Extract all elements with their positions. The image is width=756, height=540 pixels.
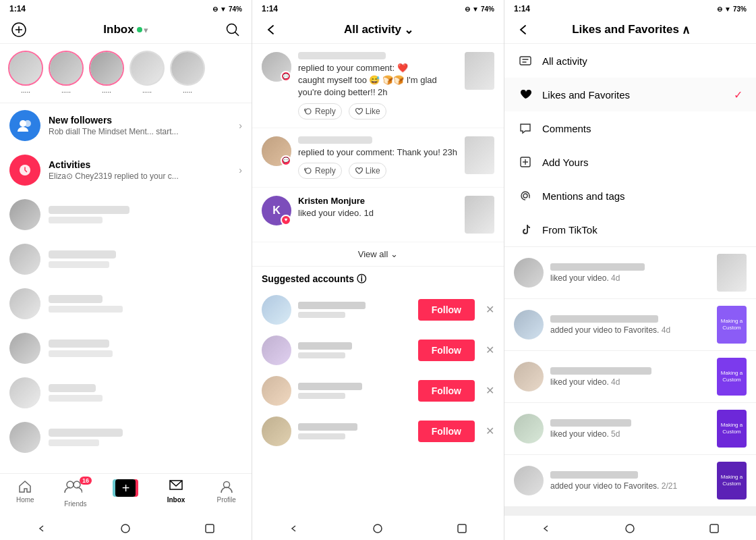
nav-inbox[interactable]: Inbox xyxy=(151,479,202,508)
dismiss-icon-1[interactable]: ✕ xyxy=(486,303,494,316)
likes-avatar-1 xyxy=(514,258,544,288)
message-name-blur xyxy=(49,250,116,259)
menu-item-add-yours[interactable]: Add Yours xyxy=(504,145,756,179)
menu-item-from-tiktok[interactable]: From TikTok xyxy=(504,213,756,246)
menu-item-likes[interactable]: Likes and Favorites ✓ xyxy=(504,78,756,111)
story-item[interactable]: ····· xyxy=(170,51,205,96)
likes-thumbnail-5: Making a Custom xyxy=(717,462,747,500)
reply-button-2[interactable]: Reply xyxy=(298,163,342,179)
likes-text-3: liked your video. 4d xyxy=(550,367,710,387)
likes-thumbnail-4: Making a Custom xyxy=(717,410,747,448)
message-preview-blur xyxy=(49,217,103,223)
activity-item: K ♥ Kristen Monjure liked your video. 1d xyxy=(252,188,504,242)
back-icon-3[interactable] xyxy=(515,22,531,38)
message-content xyxy=(49,429,242,446)
status-signal-1: ⊖ xyxy=(212,5,218,13)
nav-create[interactable]: + xyxy=(100,479,151,508)
recents-btn-3[interactable] xyxy=(707,521,722,536)
back-btn-3[interactable] xyxy=(539,521,554,536)
activity-dropdown[interactable]: All activity ⌄ xyxy=(344,23,413,37)
back-icon-2[interactable] xyxy=(263,22,279,38)
suggested-avatar-2 xyxy=(262,335,291,365)
add-icon[interactable] xyxy=(11,22,27,38)
message-avatar xyxy=(9,199,40,230)
reply-button-1[interactable]: Reply xyxy=(298,103,342,119)
activity-header: All activity ⌄ xyxy=(252,16,504,44)
back-btn-2[interactable] xyxy=(287,521,301,536)
likes-avatar-2 xyxy=(514,310,544,340)
likes-avatar-3 xyxy=(514,362,544,392)
story-item[interactable]: ····· xyxy=(129,51,165,96)
sugg-name-blur xyxy=(298,383,362,390)
likes-title: Likes and Favorites xyxy=(572,23,679,36)
android-nav-2 xyxy=(252,516,504,540)
suggested-title: Suggested accounts ⓘ xyxy=(252,267,504,290)
message-item[interactable] xyxy=(0,326,252,371)
sugg-name-blur xyxy=(298,342,352,350)
new-followers-item[interactable]: New followers Rob diall The Mindset Ment… xyxy=(0,103,252,148)
view-all-button[interactable]: View all ⌄ xyxy=(252,242,504,267)
back-btn-1[interactable] xyxy=(34,521,49,536)
message-item[interactable] xyxy=(0,415,252,460)
svg-line-4 xyxy=(235,32,239,36)
activity-list: 💬 replied to your comment: ❤️ caught mys… xyxy=(252,44,504,516)
message-item[interactable] xyxy=(0,192,252,237)
like-button-1[interactable]: Like xyxy=(349,103,386,119)
follow-button-1[interactable]: Follow xyxy=(418,299,475,321)
likes-text-1: liked your video. 4d xyxy=(550,263,710,283)
likes-title-wrap[interactable]: Likes and Favorites ∧ xyxy=(572,23,690,37)
message-name-blur xyxy=(49,206,129,214)
message-content xyxy=(49,340,242,357)
home-btn-3[interactable] xyxy=(622,521,637,536)
recents-btn-2[interactable] xyxy=(455,521,469,536)
dismiss-icon-4[interactable]: ✕ xyxy=(486,425,494,437)
story-label-1: ····· xyxy=(21,88,30,96)
message-item[interactable] xyxy=(0,371,252,415)
home-btn-1[interactable] xyxy=(118,521,133,536)
activity-avatar-2: 💬 xyxy=(262,136,291,166)
menu-item-mentions[interactable]: Mentions and tags xyxy=(504,179,756,213)
story-item[interactable]: ····· xyxy=(89,51,124,96)
dropdown-arrow-inbox[interactable]: ▾ xyxy=(144,25,148,35)
message-item[interactable] xyxy=(0,281,252,326)
battery-icon-3: 73% xyxy=(733,5,747,13)
story-item[interactable]: ····· xyxy=(49,51,84,96)
suggested-item: Follow ✕ xyxy=(252,371,504,411)
sugg-sub-blur xyxy=(298,352,345,358)
message-item[interactable] xyxy=(0,237,252,281)
menu-item-comments[interactable]: Comments xyxy=(504,111,756,145)
dismiss-icon-2[interactable]: ✕ xyxy=(486,344,494,356)
wifi-icon-1: ▼ xyxy=(220,5,227,13)
follow-button-4[interactable]: Follow xyxy=(418,421,475,442)
nav-profile[interactable]: Profile xyxy=(201,479,252,508)
view-all-chevron: ⌄ xyxy=(390,249,398,259)
story-item[interactable]: ····· xyxy=(8,51,43,96)
recents-btn-1[interactable] xyxy=(202,521,217,536)
activity-content-2: replied to your comment: Thank you! 23h … xyxy=(298,136,458,179)
activity-thumbnail-1 xyxy=(465,52,494,90)
nav-home[interactable]: Home xyxy=(0,479,51,508)
activity-text-2: replied to your comment: Thank you! 23h xyxy=(298,146,458,159)
suggested-content-1 xyxy=(298,302,411,318)
phone-likes: 1:14 ⊖ ▼ 73% Likes and Favorites ∧ xyxy=(504,0,756,540)
activity-text-3: liked your video. 1d xyxy=(298,207,458,219)
follow-button-3[interactable]: Follow xyxy=(418,380,475,402)
activities-icon xyxy=(9,155,40,186)
search-icon[interactable] xyxy=(225,22,241,38)
like-button-2[interactable]: Like xyxy=(349,163,386,179)
dropdown-chevron-icon: ⌄ xyxy=(404,23,413,37)
activities-item[interactable]: Activities Eliza⊙ Chey2319 replied to yo… xyxy=(0,148,252,192)
wifi-icon-3: ▼ xyxy=(724,5,731,13)
message-content xyxy=(49,384,242,402)
suggested-avatar-4 xyxy=(262,416,291,446)
menu-label-tiktok: From TikTok xyxy=(542,224,598,236)
friends-badge: 16 xyxy=(80,477,92,485)
dismiss-icon-3[interactable]: ✕ xyxy=(486,384,494,397)
menu-item-all-activity[interactable]: All activity xyxy=(504,44,756,78)
likes-text-2: added your video to Favorites. 4d xyxy=(550,315,710,335)
phone-activity: 1:14 ⊖ ▼ 74% All activity ⌄ xyxy=(252,0,504,540)
message-preview-blur xyxy=(49,395,103,402)
home-btn-2[interactable] xyxy=(370,521,385,536)
nav-friends[interactable]: 16 Friends xyxy=(51,479,101,508)
follow-button-2[interactable]: Follow xyxy=(418,340,475,361)
